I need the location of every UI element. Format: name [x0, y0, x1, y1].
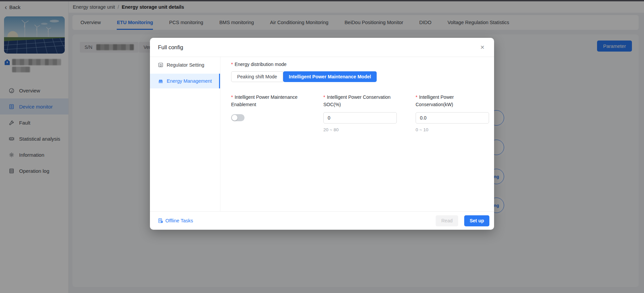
energy-distribution-mode-label: *Energy distribution mode: [231, 62, 491, 67]
toggle-knob: [232, 115, 237, 121]
read-button[interactable]: Read: [436, 215, 458, 226]
modal-nav: Regulator Setting Energy Management: [150, 57, 220, 211]
range-hint: 0 ~ 10: [416, 127, 491, 132]
modal-footer: Offline Tasks Read Set up: [150, 211, 494, 230]
modal-nav-energy-management[interactable]: Energy Management: [150, 74, 220, 88]
field-maintenance-enablement: *Intelligent Power Maintenance Enablemen…: [231, 93, 307, 132]
required-marker: *: [323, 94, 325, 100]
modal-header: Full config ✕: [150, 38, 494, 57]
required-marker: *: [416, 94, 417, 100]
field-label: *Intelligent Power Conservation(kW): [416, 93, 491, 108]
setup-button[interactable]: Set up: [464, 215, 489, 226]
field-conservation-soc: *Intelligent Power Conservation SOC(%) 2…: [323, 93, 399, 132]
regulator-icon: [158, 62, 163, 68]
required-marker: *: [231, 62, 233, 67]
intelligent-power-maintenance-model-option[interactable]: Intelligent Power Maintenance Model: [283, 71, 377, 82]
offline-tasks-icon: [158, 218, 163, 223]
peaking-shift-mode-option[interactable]: Peaking shift Mode: [231, 71, 283, 82]
modal-nav-regulator-setting[interactable]: Regulator Setting: [150, 58, 220, 72]
required-marker: *: [231, 94, 233, 100]
modal-nav-label: Regulator Setting: [167, 62, 204, 68]
full-config-modal: Full config ✕ Regulator Setting Energy M…: [150, 38, 494, 230]
form-fields-row: *Intelligent Power Maintenance Enablemen…: [231, 93, 491, 132]
range-hint: 20 ~ 80: [323, 127, 399, 132]
field-label: *Intelligent Power Maintenance Enablemen…: [231, 93, 307, 108]
modal-body: Regulator Setting Energy Management *Ene…: [150, 57, 494, 211]
energy-panel-icon: [158, 78, 163, 84]
conservation-kw-input[interactable]: [416, 112, 489, 124]
modal-title: Full config: [158, 44, 183, 51]
maintenance-enablement-toggle[interactable]: [231, 114, 245, 121]
offline-tasks-label: Offline Tasks: [165, 218, 193, 223]
field-conservation-kw: *Intelligent Power Conservation(kW) 0 ~ …: [416, 93, 491, 132]
modal-content: *Energy distribution mode Peaking shift …: [220, 57, 502, 211]
close-icon[interactable]: ✕: [478, 44, 487, 51]
modal-nav-label: Energy Management: [167, 78, 212, 84]
field-label: *Intelligent Power Conservation SOC(%): [323, 93, 399, 108]
conservation-soc-input[interactable]: [323, 112, 397, 124]
offline-tasks-link[interactable]: Offline Tasks: [158, 218, 193, 223]
energy-distribution-mode-segmented: Peaking shift Mode Intelligent Power Mai…: [231, 71, 491, 82]
